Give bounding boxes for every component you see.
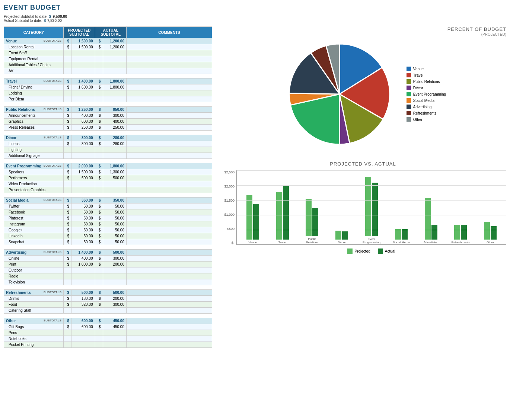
bar-projected [276,192,282,240]
section-proj-dollar: $ [64,198,71,203]
item-proj-val: 320.00 [71,302,95,308]
item-act-dollar: $ [95,296,103,302]
item-comments [127,330,212,336]
item-name: Print [4,262,64,267]
item-act-dollar: $ [95,256,103,262]
bar-pair [276,186,289,240]
section-act-dollar: $ [95,250,103,256]
legend-item-refreshments: Refreshments [407,111,446,115]
section-act-dollar: $ [95,38,103,44]
item-proj-val: 500.00 [71,175,95,181]
item-name: Speakers [4,169,64,175]
item-comments [127,302,212,308]
bar-pair [484,222,497,240]
y-axis-label: $1,500 [220,199,235,202]
section-act-dollar: $ [95,198,103,203]
legend-color [407,86,411,90]
item-act-dollar [95,342,103,348]
bar-group-other: Other [476,222,504,244]
item-comments [127,56,212,62]
item-proj-val [71,267,95,273]
actual-dollar: $ [44,19,46,23]
section-header-venue: Venue SUBTOTALS $ 1,500.00 $ 1,200.00 [4,38,212,44]
item-name: Linens [4,141,64,147]
bar-group-label: Décor [338,241,346,244]
section-comments [127,135,212,141]
item-proj-dollar: $ [64,84,71,90]
item-proj-val [71,68,95,74]
bar-group-label: Event Programming [361,237,382,244]
section-proj-dollar: $ [64,107,71,113]
item-act-val: 300.00 [103,256,126,262]
item-proj-dollar: $ [64,44,71,50]
spacer-row [4,314,212,318]
bar-projected [335,231,341,240]
item-proj-dollar [64,96,71,102]
bar-group-social-media: Social Media [387,229,415,244]
spacer-row [4,285,212,290]
table-row: Lodging [4,90,212,96]
item-proj-dollar [64,308,71,314]
legend-label: Décor [413,86,423,90]
section-proj-val: 1,250.00 [71,107,95,113]
item-comments [127,267,212,273]
table-row: Flight / Driving $ 1,600.00 $ 1,800.00 [4,84,212,90]
item-act-val [103,96,126,102]
bar-chart-title: PROJECTED vs. ACTUAL [220,161,506,167]
item-act-dollar: $ [95,209,103,215]
item-comments [127,324,212,330]
item-proj-val: 600.00 [71,119,95,125]
item-proj-dollar [64,342,71,348]
item-name: Television [4,279,64,285]
item-act-val [103,50,126,56]
section-name: Social Media SUBTOTALS [4,198,64,203]
item-act-dollar [95,187,103,193]
item-comments [127,221,212,227]
bar-projected [246,195,252,240]
item-proj-dollar [64,147,71,153]
item-proj-val: 250.00 [71,125,95,131]
projected-dollar: $ [49,15,51,19]
item-comments [127,169,212,175]
section-name: Other SUBTOTALS [4,318,64,324]
item-proj-dollar [64,56,71,62]
bar-chart-section: PROJECTED vs. ACTUAL $2,500$2,000$1,500$… [220,161,506,254]
section-comments [127,163,212,169]
item-proj-val: 50.00 [71,233,95,239]
table-row: Google+ $ 50.00 $ 50.00 [4,227,212,233]
table-row: Facebook $ 50.00 $ 50.00 [4,209,212,215]
item-comments [127,279,212,285]
bar-group-décor: Décor [328,231,356,244]
section-header-event-programming: Event Programming SUBTOTALS $ 2,000.00 $… [4,163,212,169]
item-act-val [103,56,126,62]
section-name: Advertising SUBTOTALS [4,250,64,256]
table-row: Presentation Graphics [4,187,212,193]
item-proj-val [71,181,95,187]
bar-pair [454,225,467,240]
legend-item-event-programming: Event Programming [407,92,446,96]
table-row: Catering Staff [4,308,212,314]
bar-actual [372,183,378,236]
table-row: Lighting [4,147,212,153]
item-name: Instagram [4,221,64,227]
legend-item-public-relations: Public Relations [407,79,446,84]
item-name: Additional Signage [4,153,64,159]
item-act-val [103,68,126,74]
legend-color [407,92,411,96]
section-proj-dollar: $ [64,38,71,44]
item-comments [127,84,212,90]
item-act-val [103,308,126,314]
item-act-dollar: $ [95,84,103,90]
table-row: LinkedIn $ 50.00 $ 50.00 [4,233,212,239]
bar-group-label: Venue [249,241,257,244]
item-act-val [103,181,126,187]
item-proj-dollar: $ [64,239,71,245]
item-proj-val [71,90,95,96]
section-act-val: 450.00 [103,318,126,324]
item-proj-dollar [64,336,71,342]
table-row: Graphics $ 600.00 $ 400.00 [4,119,212,125]
table-row: Speakers $ 1,500.00 $ 1,300.00 [4,169,212,175]
legend-color [407,105,411,109]
pie-chart-svg [284,35,395,154]
y-axis-label: $1,000 [220,213,235,217]
